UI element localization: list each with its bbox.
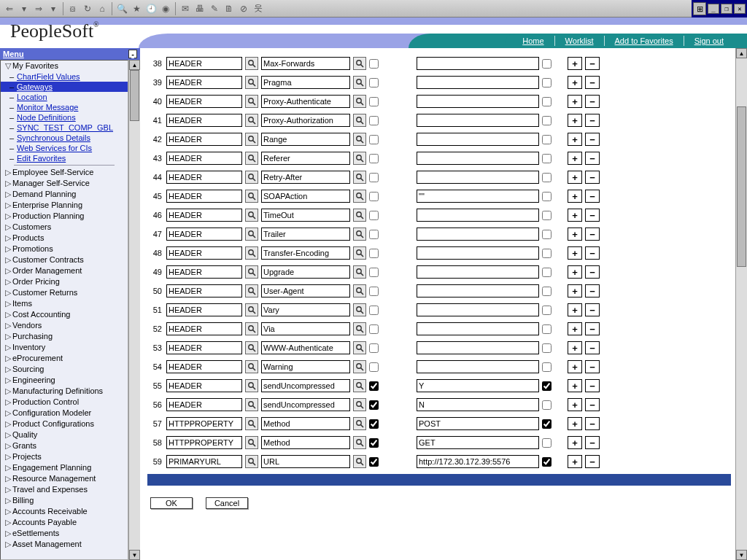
checkbox-2[interactable] [542,192,551,201]
property-name-input[interactable] [261,360,350,373]
nav-worklist[interactable]: Worklist [555,36,604,45]
add-row-button[interactable]: + [568,284,582,298]
property-type-input[interactable] [166,152,242,165]
property-type-input[interactable] [166,284,242,298]
checkbox-1[interactable] [369,192,379,201]
lookup-type-button[interactable] [245,57,258,70]
lookup-name-button[interactable] [353,95,366,108]
property-type-input[interactable] [166,190,242,203]
property-name-input[interactable] [261,228,350,241]
menu-item[interactable]: –Web Services for CIs [1,143,128,153]
delete-row-button[interactable]: − [585,265,600,279]
property-value-input[interactable] [417,171,539,184]
nav-signout[interactable]: Sign out [684,36,734,45]
add-row-button[interactable]: + [568,322,582,335]
property-value-input[interactable] [417,209,539,222]
property-name-input[interactable] [261,322,350,335]
lookup-name-button[interactable] [353,76,366,89]
property-type-input[interactable] [166,398,242,411]
checkbox-1[interactable] [369,154,379,163]
lookup-type-button[interactable] [245,379,258,392]
checkbox-1[interactable] [369,116,379,125]
add-row-button[interactable]: + [568,360,582,373]
forward-icon[interactable]: ⇒ [32,2,45,15]
delete-row-button[interactable]: − [585,246,600,260]
lookup-type-button[interactable] [245,190,258,203]
menu-folder[interactable]: ▷Vendors [1,320,128,331]
lookup-type-button[interactable] [245,152,258,165]
property-type-input[interactable] [166,246,242,260]
delete-row-button[interactable]: − [585,171,600,184]
menu-scrollbar[interactable]: ▲ ▼ [128,60,140,560]
lookup-name-button[interactable] [353,341,366,354]
lookup-name-button[interactable] [353,133,366,146]
menu-folder[interactable]: ▷Accounts Payable [1,517,128,528]
menu-folder[interactable]: ▷Quality [1,429,128,440]
scroll-thumb[interactable] [130,70,139,121]
checkbox-2[interactable] [542,324,551,334]
checkbox-2[interactable] [542,135,551,144]
property-name-input[interactable] [261,57,350,70]
add-row-button[interactable]: + [568,417,582,430]
checkbox-2[interactable] [542,362,551,372]
checkbox-2[interactable] [542,457,551,467]
property-value-input[interactable] [417,152,539,165]
delete-row-button[interactable]: − [585,228,600,241]
delete-row-button[interactable]: − [585,436,600,449]
checkbox-2[interactable] [542,268,551,277]
property-type-input[interactable] [166,228,242,241]
property-name-input[interactable] [261,152,350,165]
add-row-button[interactable]: + [568,171,582,184]
property-value-input[interactable] [417,322,539,335]
lookup-type-button[interactable] [245,341,258,354]
menu-folder[interactable]: ▷Order Pricing [1,276,128,287]
back-dropdown-icon[interactable]: ▾ [18,2,31,15]
menu-folder[interactable]: ▷Customers [1,222,128,233]
lookup-name-button[interactable] [353,171,366,184]
content-scrollbar[interactable]: ▲ ▼ [735,48,747,560]
delete-row-button[interactable]: − [585,76,600,89]
property-value-input[interactable] [417,341,539,354]
property-name-input[interactable] [261,341,350,354]
lookup-type-button[interactable] [245,76,258,89]
property-type-input[interactable] [166,114,242,127]
checkbox-1[interactable] [369,287,379,296]
lookup-name-button[interactable] [353,228,366,241]
lookup-type-button[interactable] [245,322,258,335]
property-value-input[interactable] [417,284,539,298]
property-value-input[interactable] [417,133,539,146]
menu-folder[interactable]: ▷Engineering [1,375,128,386]
print-icon[interactable]: 🖶 [193,2,206,15]
lookup-name-button[interactable] [353,322,366,335]
add-row-button[interactable]: + [568,152,582,165]
property-type-input[interactable] [166,95,242,108]
checkbox-2[interactable] [542,173,551,182]
property-name-input[interactable] [261,436,350,449]
property-value-input[interactable] [417,57,539,70]
back-icon[interactable]: ⇐ [3,2,16,15]
property-value-input[interactable] [417,417,539,430]
menu-folder[interactable]: ▷Order Management [1,265,128,276]
menu-folder[interactable]: ▷Product Configurations [1,419,128,429]
menu-folder[interactable]: ▷Purchasing [1,331,128,342]
menu-folder[interactable]: ▷Configuration Modeler [1,408,128,419]
delete-row-button[interactable]: − [585,57,600,70]
checkbox-2[interactable] [542,343,551,353]
scroll-down-icon[interactable]: ▼ [736,550,747,560]
checkbox-1[interactable] [369,135,379,144]
lookup-name-button[interactable] [353,265,366,279]
checkbox-1[interactable] [369,249,379,258]
menu-folder[interactable]: ▷Production Planning [1,211,128,222]
menu-item[interactable]: –Gateways [1,82,128,92]
checkbox-2[interactable] [542,230,551,239]
checkbox-2[interactable] [542,116,551,125]
menu-folder[interactable]: ▷Resource Management [1,473,128,484]
menu-folder[interactable]: ▷Asset Management [1,539,128,550]
minimize-button[interactable]: _ [708,4,719,14]
checkbox-1[interactable] [369,457,379,467]
property-value-input[interactable] [417,190,539,203]
checkbox-2[interactable] [542,59,551,69]
lookup-name-button[interactable] [353,398,366,411]
nav-add-favorites[interactable]: Add to Favorites [605,36,684,45]
checkbox-1[interactable] [369,306,379,315]
